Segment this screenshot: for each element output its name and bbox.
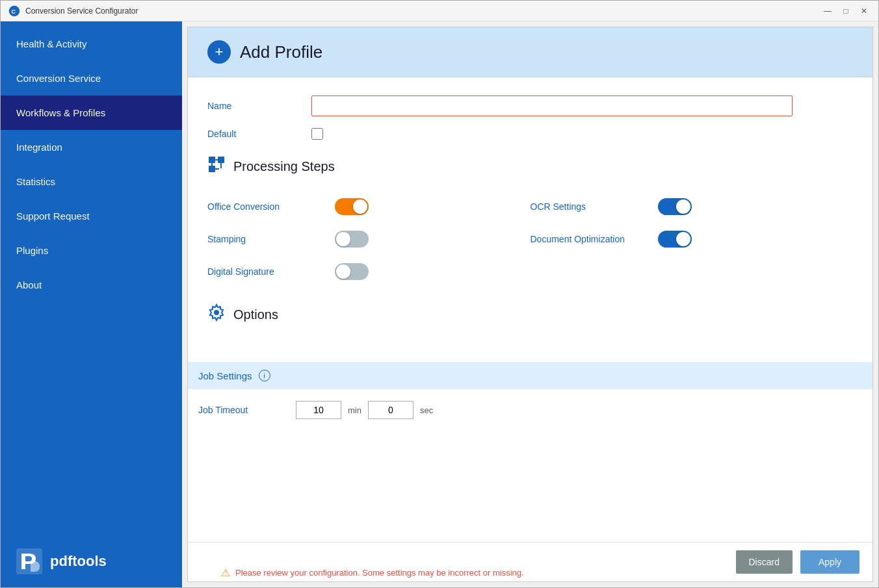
job-timeout-min-input[interactable] [296, 401, 341, 419]
svg-rect-3 [209, 157, 215, 163]
maximize-button[interactable]: □ [839, 5, 852, 18]
svg-text:C: C [12, 8, 16, 14]
name-label: Name [207, 101, 311, 111]
processing-steps-icon [207, 155, 226, 177]
options-header: Options [207, 303, 853, 326]
digital-signature-item: Digital Signature [207, 255, 531, 288]
job-timeout-sec-unit: sec [420, 405, 433, 415]
sidebar-item-conversion-service[interactable]: Conversion Service [1, 61, 182, 96]
pdftools-logo-text: pdftools [50, 553, 107, 570]
sidebar: Health & Activity Conversion Service Wor… [1, 21, 182, 587]
digital-signature-toggle[interactable] [335, 263, 369, 280]
processing-steps-header: Processing Steps [207, 155, 853, 177]
footer-warning-message: ⚠ Please review your configuration. Some… [221, 567, 524, 579]
sidebar-item-about[interactable]: About [1, 268, 182, 302]
job-settings-title: Job Settings [198, 370, 252, 381]
default-checkbox[interactable] [311, 128, 323, 140]
add-profile-header: + Add Profile [188, 27, 872, 77]
processing-grid: Office Conversion OCR Settings [207, 190, 853, 288]
footer: Discard Apply ⚠ Please review your confi… [188, 542, 872, 582]
form-area: Name Default [188, 77, 872, 357]
app-body: Health & Activity Conversion Service Wor… [1, 21, 878, 587]
sidebar-item-plugins[interactable]: Plugins [1, 233, 182, 268]
sidebar-item-workflows-profiles[interactable]: Workflows & Profiles [1, 96, 182, 130]
name-input[interactable] [311, 96, 793, 116]
processing-steps-title: Processing Steps [233, 159, 335, 174]
warning-text: Please review your configuration. Some s… [235, 568, 524, 578]
add-profile-title: Add Profile [240, 42, 322, 62]
job-timeout-row: Job Timeout min sec [188, 389, 872, 431]
name-row: Name [207, 96, 853, 116]
main-window: C Conversion Service Configurator — □ ✕ … [0, 0, 879, 588]
options-icon [207, 303, 226, 326]
stamping-label: Stamping [207, 234, 324, 244]
office-conversion-label: Office Conversion [207, 201, 324, 212]
minimize-button[interactable]: — [821, 5, 834, 18]
options-section: Options [207, 303, 853, 326]
options-title: Options [233, 307, 278, 322]
job-timeout-min-unit: min [348, 405, 361, 415]
ocr-settings-toggle[interactable] [658, 198, 692, 215]
sidebar-item-support-request[interactable]: Support Request [1, 199, 182, 233]
titlebar: C Conversion Service Configurator — □ ✕ [1, 1, 878, 21]
apply-button[interactable]: Apply [800, 550, 859, 574]
digital-signature-label: Digital Signature [207, 266, 324, 277]
job-timeout-label: Job Timeout [198, 405, 289, 415]
svg-rect-4 [218, 157, 224, 163]
default-label: Default [207, 129, 311, 139]
main-content: + Add Profile Name Default [187, 27, 873, 582]
pdftools-logo-icon [16, 548, 42, 574]
sidebar-logo: pdftools [1, 535, 182, 587]
close-button[interactable]: ✕ [858, 5, 871, 18]
job-settings-header: Job Settings i [188, 362, 872, 389]
document-optimization-label: Document Optimization [531, 234, 648, 244]
svg-rect-5 [209, 166, 215, 172]
app-icon: C [8, 5, 20, 17]
job-timeout-sec-input[interactable] [368, 401, 413, 419]
stamping-item: Stamping [207, 223, 531, 255]
sidebar-item-health-activity[interactable]: Health & Activity [1, 27, 182, 61]
window-controls: — □ ✕ [821, 5, 871, 18]
discard-button[interactable]: Discard [736, 550, 793, 574]
ocr-settings-label: OCR Settings [531, 201, 648, 212]
default-row: Default [207, 128, 853, 140]
window-title: Conversion Service Configurator [25, 6, 821, 16]
svg-point-10 [214, 310, 219, 315]
sidebar-nav: Health & Activity Conversion Service Wor… [1, 21, 182, 535]
office-conversion-item: Office Conversion [207, 190, 531, 223]
document-optimization-toggle[interactable] [658, 231, 692, 248]
warning-icon: ⚠ [221, 567, 230, 579]
stamping-toggle[interactable] [335, 231, 369, 248]
office-conversion-toggle[interactable] [335, 198, 369, 215]
ocr-settings-item: OCR Settings [531, 190, 854, 223]
job-settings-info-icon[interactable]: i [259, 370, 270, 381]
add-profile-icon: + [207, 40, 231, 64]
content-scroll[interactable]: + Add Profile Name Default [188, 27, 872, 542]
sidebar-item-statistics[interactable]: Statistics [1, 164, 182, 199]
sidebar-item-integration[interactable]: Integration [1, 130, 182, 164]
document-optimization-item: Document Optimization [531, 223, 854, 255]
